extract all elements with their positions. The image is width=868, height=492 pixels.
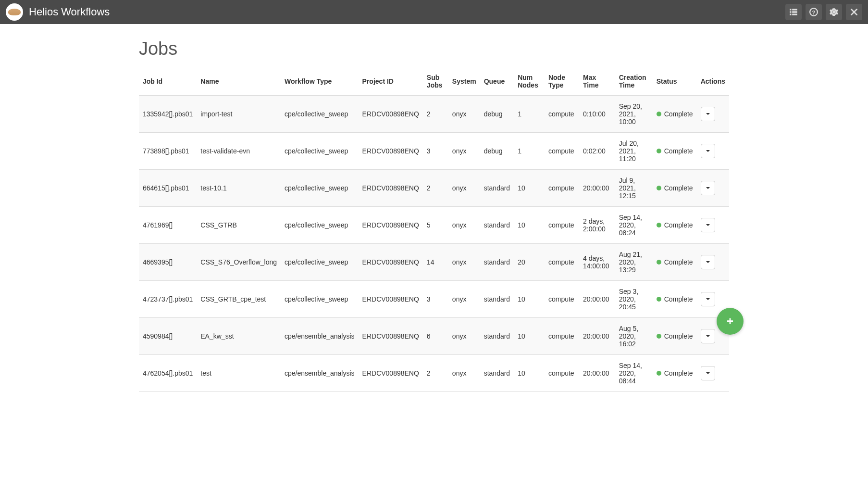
cell-system: onyx xyxy=(448,95,480,133)
list-icon xyxy=(789,8,798,16)
status-dot-icon xyxy=(657,112,661,116)
settings-icon-button[interactable] xyxy=(826,4,842,20)
cell-num-nodes: 10 xyxy=(514,207,545,244)
status-text: Complete xyxy=(664,110,693,118)
cell-project-id: ERDCV00898ENQ xyxy=(359,95,423,133)
cell-node-type: compute xyxy=(545,207,579,244)
cell-name: test-validate-evn xyxy=(197,133,281,170)
cell-max-time: 20:00:00 xyxy=(579,318,615,355)
header-project-id[interactable]: Project ID xyxy=(359,68,423,95)
navbar-left: Helios Workflows xyxy=(6,3,110,21)
row-actions-dropdown-button[interactable] xyxy=(701,181,715,195)
chevron-down-icon xyxy=(706,261,710,263)
header-max-time[interactable]: Max Time xyxy=(579,68,615,95)
header-actions[interactable]: Actions xyxy=(697,68,729,95)
row-actions-dropdown-button[interactable] xyxy=(701,329,715,343)
status-text: Complete xyxy=(664,369,693,377)
header-node-type[interactable]: Node Type xyxy=(545,68,579,95)
cell-max-time: 20:00:00 xyxy=(579,355,615,392)
header-num-nodes[interactable]: Num Nodes xyxy=(514,68,545,95)
table-row: 773898[].pbs01test-validate-evncpe/colle… xyxy=(139,133,729,170)
svg-rect-4 xyxy=(792,11,797,13)
cell-max-time: 0:10:00 xyxy=(579,95,615,133)
cell-status: Complete xyxy=(653,244,697,281)
cell-workflow-type: cpe/collective_sweep xyxy=(281,170,359,207)
svg-rect-2 xyxy=(790,13,791,15)
cell-sub-jobs: 3 xyxy=(423,281,448,318)
cell-system: onyx xyxy=(448,355,480,392)
cell-node-type: compute xyxy=(545,133,579,170)
svg-rect-1 xyxy=(790,11,791,13)
main-content: Jobs Job Id Name Workflow Type Project I… xyxy=(0,24,868,411)
svg-text:?: ? xyxy=(812,10,816,15)
cell-name: CSS_GTRB xyxy=(197,207,281,244)
chevron-down-icon xyxy=(706,113,710,115)
cell-workflow-type: cpe/ensemble_analysis xyxy=(281,318,359,355)
table-row: 664615[].pbs01test-10.1cpe/collective_sw… xyxy=(139,170,729,207)
status-dot-icon xyxy=(657,297,661,302)
cell-system: onyx xyxy=(448,281,480,318)
row-actions-dropdown-button[interactable] xyxy=(701,292,715,306)
cell-project-id: ERDCV00898ENQ xyxy=(359,355,423,392)
header-queue[interactable]: Queue xyxy=(480,68,514,95)
row-actions-dropdown-button[interactable] xyxy=(701,144,715,158)
cell-project-id: ERDCV00898ENQ xyxy=(359,170,423,207)
cell-status: Complete xyxy=(653,207,697,244)
header-name[interactable]: Name xyxy=(197,68,281,95)
cell-num-nodes: 1 xyxy=(514,95,545,133)
header-job-id[interactable]: Job Id xyxy=(139,68,197,95)
header-sub-jobs[interactable]: Sub Jobs xyxy=(423,68,448,95)
cell-creation-time: Sep 14, 2020, 08:44 xyxy=(615,355,653,392)
cell-actions xyxy=(697,133,729,170)
cell-workflow-type: cpe/ensemble_analysis xyxy=(281,355,359,392)
cell-creation-time: Sep 3, 2020, 20:45 xyxy=(615,281,653,318)
cell-job-id: 4762054[].pbs01 xyxy=(139,355,197,392)
header-status[interactable]: Status xyxy=(653,68,697,95)
cell-system: onyx xyxy=(448,170,480,207)
cell-project-id: ERDCV00898ENQ xyxy=(359,244,423,281)
cell-name: test xyxy=(197,355,281,392)
chevron-down-icon xyxy=(706,372,710,374)
help-icon-button[interactable]: ? xyxy=(806,4,822,20)
row-actions-dropdown-button[interactable] xyxy=(701,107,715,121)
cell-system: onyx xyxy=(448,207,480,244)
row-actions-dropdown-button[interactable] xyxy=(701,218,715,232)
list-icon-button[interactable] xyxy=(785,4,802,20)
cell-status: Complete xyxy=(653,170,697,207)
cell-node-type: compute xyxy=(545,318,579,355)
cell-max-time: 20:00:00 xyxy=(579,281,615,318)
row-actions-dropdown-button[interactable] xyxy=(701,255,715,269)
chevron-down-icon xyxy=(706,187,710,189)
cell-sub-jobs: 3 xyxy=(423,133,448,170)
cell-actions xyxy=(697,355,729,392)
cell-max-time: 2 days, 2:00:00 xyxy=(579,207,615,244)
cell-project-id: ERDCV00898ENQ xyxy=(359,207,423,244)
header-workflow-type[interactable]: Workflow Type xyxy=(281,68,359,95)
app-logo[interactable] xyxy=(6,3,23,21)
cell-num-nodes: 10 xyxy=(514,355,545,392)
close-icon-button[interactable] xyxy=(846,4,862,20)
cell-max-time: 20:00:00 xyxy=(579,170,615,207)
cell-node-type: compute xyxy=(545,170,579,207)
cell-queue: standard xyxy=(480,318,514,355)
cell-queue: standard xyxy=(480,355,514,392)
row-actions-dropdown-button[interactable] xyxy=(701,366,715,380)
cell-creation-time: Jul 9, 2021, 12:15 xyxy=(615,170,653,207)
add-job-button[interactable]: + xyxy=(717,308,744,335)
cell-sub-jobs: 6 xyxy=(423,318,448,355)
cell-actions xyxy=(697,95,729,133)
table-row: 4762054[].pbs01testcpe/ensemble_analysis… xyxy=(139,355,729,392)
header-creation-time[interactable]: Creation Time xyxy=(615,68,653,95)
cell-num-nodes: 1 xyxy=(514,133,545,170)
cell-system: onyx xyxy=(448,133,480,170)
cell-creation-time: Sep 20, 2021, 10:00 xyxy=(615,95,653,133)
status-dot-icon xyxy=(657,149,661,153)
table-row: 4761969[]CSS_GTRBcpe/collective_sweepERD… xyxy=(139,207,729,244)
header-system[interactable]: System xyxy=(448,68,480,95)
svg-rect-3 xyxy=(792,9,797,10)
cell-queue: standard xyxy=(480,170,514,207)
cell-sub-jobs: 5 xyxy=(423,207,448,244)
cell-name: test-10.1 xyxy=(197,170,281,207)
status-dot-icon xyxy=(657,260,661,265)
status-text: Complete xyxy=(664,221,693,229)
